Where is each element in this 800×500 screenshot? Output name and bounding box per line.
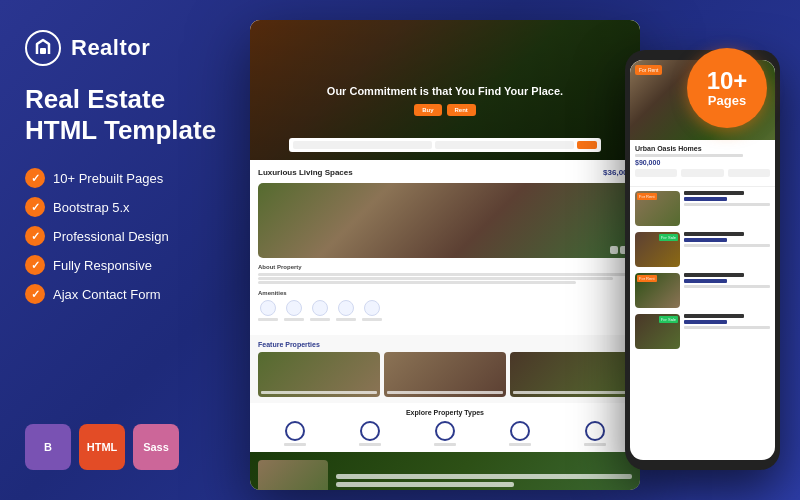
pages-count: 10+ <box>707 69 748 93</box>
feature-item-prebuilt: ✓ 10+ Prebuilt Pages <box>25 168 235 188</box>
feature-label-prebuilt: 10+ Prebuilt Pages <box>53 171 163 186</box>
amenity-label-4 <box>336 318 356 321</box>
mobile-card-price: $90,000 <box>635 159 770 166</box>
card-image <box>258 183 632 258</box>
card-title: Luxurious Living Spaces <box>258 168 353 177</box>
about-title: About Property <box>258 264 632 270</box>
logo-area: Realtor <box>25 30 235 66</box>
listing-info-3 <box>684 273 770 308</box>
prop-mini-3 <box>510 352 632 397</box>
props-grid <box>258 352 632 397</box>
badge-sass: Sass <box>133 424 179 470</box>
feature-label-bootstrap: Bootstrap 5.x <box>53 200 130 215</box>
feature-props-title: Feature Properties <box>258 341 632 348</box>
listing-meta-1 <box>684 203 770 206</box>
list-item: For Sale <box>635 314 770 349</box>
feature-label-ajax: Ajax Contact Form <box>53 287 161 302</box>
badge-bootstrap: B <box>25 424 71 470</box>
prop-mini-label-2 <box>387 391 503 394</box>
listing-image-3: For Rent <box>635 273 680 308</box>
mobile-features-row <box>635 169 770 177</box>
card-header: Luxurious Living Spaces $36,000 <box>258 168 632 177</box>
list-item: For Rent <box>635 273 770 308</box>
type-icon-4 <box>510 421 530 441</box>
hero-buttons: Buy Rent <box>414 104 476 116</box>
feature-label-design: Professional Design <box>53 229 169 244</box>
search-field-2 <box>435 141 574 149</box>
listing-info-4 <box>684 314 770 349</box>
mobile-divider <box>630 186 775 187</box>
desktop-mockup: Realtor Our Commitment is that You Find … <box>250 20 640 490</box>
listing-price-3 <box>684 279 727 283</box>
property-card-section: Luxurious Living Spaces $36,000 About Pr… <box>250 160 640 335</box>
badge-sass-label: Sass <box>143 441 169 453</box>
listing-price-1 <box>684 197 727 201</box>
list-item: For Rent <box>635 191 770 226</box>
mobile-feature-2 <box>681 169 723 177</box>
prop-mini-1 <box>258 352 380 397</box>
type-label-5 <box>584 443 606 446</box>
type-icon-1 <box>285 421 305 441</box>
mobile-card-info: Urban Oasis Homes $90,000 <box>630 140 775 182</box>
listing-image-2: For Sale <box>635 232 680 267</box>
mobile-feature-1 <box>635 169 677 177</box>
prop-mini-label-3 <box>513 391 629 394</box>
page-title: Real Estate HTML Template <box>25 84 235 146</box>
type-label-2 <box>359 443 381 446</box>
listing-price-4 <box>684 320 727 324</box>
explore-section: Explore Property Types <box>250 403 640 452</box>
tech-badges: B HTML Sass <box>25 424 235 470</box>
badge-html: HTML <box>79 424 125 470</box>
search-button[interactable] <box>577 141 597 149</box>
pages-badge: 10+ Pages <box>687 48 767 128</box>
feature-item-design: ✓ Professional Design <box>25 226 235 246</box>
amenity-label-5 <box>362 318 382 321</box>
text-line-2 <box>258 277 613 280</box>
svg-rect-1 <box>40 48 46 54</box>
realtor-logo-icon <box>25 30 61 66</box>
badge-html-label: HTML <box>87 441 118 453</box>
type-icon-3 <box>435 421 455 441</box>
card-dot-1 <box>610 246 618 254</box>
badge-bootstrap-label: B <box>44 441 52 453</box>
listing-meta-2 <box>684 244 770 247</box>
mobile-card-title: Urban Oasis Homes <box>635 145 770 152</box>
listing-badge-4: For Sale <box>659 316 678 323</box>
amenities-section: Amenities <box>258 290 632 321</box>
amenity-label-2 <box>284 318 304 321</box>
listing-image-4: For Sale <box>635 314 680 349</box>
feature-item-ajax: ✓ Ajax Contact Form <box>25 284 235 304</box>
listing-image-1: For Rent <box>635 191 680 226</box>
main-container: Realtor Real Estate HTML Template ✓ 10+ … <box>0 0 800 500</box>
prop-mini-label-1 <box>261 391 377 394</box>
check-icon-ajax: ✓ <box>25 284 45 304</box>
mockup-area: 10+ Pages Realtor <box>235 30 775 470</box>
about-text-lines <box>258 273 632 284</box>
hero-title: Our Commitment is that You Find Your Pla… <box>327 84 563 98</box>
text-line-3 <box>258 281 576 284</box>
type-studio <box>434 421 456 446</box>
cta-text-line-2 <box>336 482 514 487</box>
amenity-label-3 <box>310 318 330 321</box>
cta-image <box>258 460 328 490</box>
listing-info-1 <box>684 191 770 226</box>
amenity-air <box>258 300 278 321</box>
hero-btn-1[interactable]: Buy <box>414 104 441 116</box>
listing-badge-3: For Rent <box>637 275 657 282</box>
amenity-water <box>284 300 304 321</box>
hero-btn-2[interactable]: Rent <box>447 104 476 116</box>
title-block: Real Estate HTML Template <box>25 84 235 146</box>
text-line-1 <box>258 273 632 276</box>
about-section: About Property <box>258 264 632 284</box>
cta-text-block <box>336 474 632 491</box>
feature-item-bootstrap: ✓ Bootstrap 5.x <box>25 197 235 217</box>
check-icon-bootstrap: ✓ <box>25 197 45 217</box>
desktop-mockup-screen: Realtor Our Commitment is that You Find … <box>250 20 640 490</box>
listing-meta-3 <box>684 285 770 288</box>
type-label-3 <box>434 443 456 446</box>
listing-info-2 <box>684 232 770 267</box>
prop-mini-2 <box>384 352 506 397</box>
listing-meta-4 <box>684 326 770 329</box>
feature-label-responsive: Fully Responsive <box>53 258 152 273</box>
cta-text-line-1 <box>336 474 632 479</box>
